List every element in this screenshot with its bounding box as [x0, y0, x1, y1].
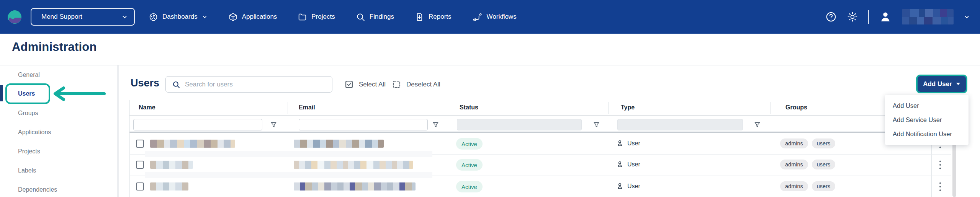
sidebar-item-projects[interactable]: Projects	[18, 148, 40, 155]
workflow-icon	[472, 12, 483, 22]
menu-item-add-user[interactable]: Add User	[885, 99, 969, 113]
cube-icon	[228, 12, 238, 22]
redacted-email	[294, 182, 416, 190]
folder-icon	[298, 12, 307, 22]
sidebar-item-groups[interactable]: Groups	[18, 110, 38, 117]
nav-item-findings[interactable]: Findings	[356, 12, 394, 22]
column-header-status[interactable]: Status	[460, 104, 478, 111]
redacted-name	[150, 182, 188, 190]
redaction-mask	[145, 151, 432, 157]
redacted-email	[294, 161, 413, 169]
section-title: Users	[131, 77, 159, 89]
filter-funnel-icon[interactable]	[754, 121, 761, 129]
groups-cell: admins users	[780, 181, 835, 191]
header-divider	[0, 65, 980, 65]
select-all-button[interactable]: Select All	[344, 79, 386, 90]
app-screen: Mend Support Dashboards	[0, 0, 980, 197]
menu-item-add-notification-user[interactable]: Add Notification User	[885, 127, 969, 141]
column-separator	[288, 102, 288, 114]
annotation-highlight-box	[5, 83, 50, 104]
filter-row-bottom-border	[129, 132, 951, 133]
column-header-name[interactable]: Name	[139, 104, 155, 111]
group-chip: users	[812, 138, 835, 148]
table-left-border	[129, 100, 130, 197]
row-actions-kebab-icon[interactable]	[938, 160, 942, 170]
sidebar-item-labels[interactable]: Labels	[18, 167, 36, 174]
row-checkbox[interactable]	[136, 161, 144, 169]
add-user-label: Add User	[923, 80, 952, 88]
sidebar-item-applications[interactable]: Applications	[18, 129, 51, 136]
name-filter-input[interactable]	[133, 119, 262, 130]
email-filter-input[interactable]	[299, 119, 428, 130]
page-title: Administration	[12, 40, 97, 54]
type-cell: User	[616, 139, 640, 147]
row-checkbox[interactable]	[136, 182, 144, 190]
filter-funnel-icon[interactable]	[432, 121, 439, 129]
nav-label: Workflows	[487, 13, 517, 21]
add-user-button[interactable]: Add User	[918, 76, 966, 92]
user-avatar-icon[interactable]	[879, 10, 892, 23]
top-navigation-bar: Mend Support Dashboards	[0, 0, 980, 34]
sidebar-item-general[interactable]: General	[18, 72, 40, 78]
nav-label: Dashboards	[162, 13, 198, 21]
filter-funnel-icon[interactable]	[270, 121, 277, 129]
column-separator	[449, 102, 449, 114]
status-filter-input	[457, 119, 582, 130]
nav-item-projects[interactable]: Projects	[298, 12, 335, 22]
nav-label: Applications	[242, 13, 277, 21]
column-header-groups[interactable]: Groups	[785, 104, 807, 111]
help-icon[interactable]	[825, 11, 837, 23]
report-icon	[415, 12, 424, 22]
type-cell: User	[616, 182, 640, 190]
row-checkbox[interactable]	[136, 140, 144, 148]
status-badge: Active	[456, 138, 483, 150]
column-separator	[770, 102, 771, 114]
dashed-square-icon	[391, 79, 402, 90]
nav-item-reports[interactable]: Reports	[415, 12, 452, 22]
mend-logo-icon[interactable]	[8, 10, 22, 24]
type-cell: User	[616, 160, 640, 168]
redacted-email	[294, 140, 384, 148]
annotation-highlight-ring: Add User	[916, 75, 967, 93]
person-icon	[616, 182, 624, 190]
type-label: User	[627, 161, 640, 168]
caret-down-icon	[956, 82, 960, 86]
status-badge: Active	[456, 159, 483, 171]
nav-item-applications[interactable]: Applications	[228, 12, 277, 22]
magnifier-icon	[356, 12, 365, 22]
group-chip: admins	[780, 160, 808, 169]
search-icon	[172, 80, 180, 89]
nav-item-dashboards[interactable]: Dashboards	[149, 12, 208, 22]
redaction-mask	[145, 172, 432, 178]
filter-funnel-icon[interactable]	[593, 121, 600, 129]
nav-item-workflows[interactable]: Workflows	[472, 12, 517, 22]
checked-checkbox-icon	[344, 79, 354, 90]
organization-selector[interactable]: Mend Support	[31, 8, 135, 26]
chevron-down-icon	[202, 14, 208, 20]
groups-cell: admins users	[780, 160, 835, 169]
sidebar-divider	[117, 65, 119, 197]
column-header-type[interactable]: Type	[621, 104, 635, 111]
select-all-label: Select All	[359, 81, 386, 88]
type-filter-input	[617, 119, 743, 130]
chevron-down-icon	[121, 14, 128, 20]
group-chip: users	[812, 181, 835, 191]
nav-label: Reports	[429, 13, 452, 21]
deselect-all-button[interactable]: Deselect All	[391, 79, 440, 90]
person-icon	[616, 139, 624, 147]
dashboard-icon	[149, 12, 158, 22]
search-input[interactable]	[185, 81, 327, 88]
active-item-indicator	[0, 85, 3, 101]
column-header-email[interactable]: Email	[299, 104, 315, 111]
settings-gear-icon[interactable]	[847, 11, 858, 23]
user-search	[165, 76, 332, 93]
nav-label: Projects	[311, 13, 335, 21]
menu-item-add-service-user[interactable]: Add Service User	[885, 113, 969, 127]
row-actions-kebab-icon[interactable]	[938, 182, 942, 192]
primary-nav: Dashboards Applications Projects	[149, 0, 517, 34]
group-chip: users	[812, 160, 835, 169]
sidebar-item-dependencies[interactable]: Dependencies	[18, 186, 57, 193]
type-label: User	[627, 183, 640, 190]
nav-label: Findings	[370, 13, 394, 21]
chevron-down-icon[interactable]	[964, 14, 970, 20]
